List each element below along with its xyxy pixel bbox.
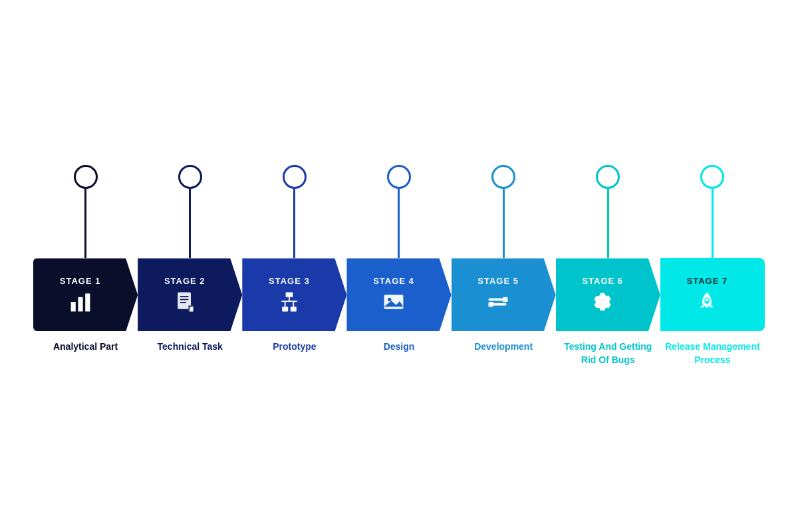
svg-point-17 — [388, 298, 391, 301]
pin-circle-7 — [700, 165, 724, 189]
stage-6-label: Stage 6 — [582, 276, 623, 286]
svg-rect-15 — [293, 301, 294, 307]
label-stage-7: Release Management Process — [660, 340, 765, 366]
image-icon — [382, 290, 406, 314]
pin-circle-3 — [283, 165, 307, 189]
pin-circle-6 — [596, 165, 620, 189]
stage-4-label: Stage 4 — [373, 276, 414, 286]
label-stage-1: Analytical Part — [33, 340, 138, 366]
stage-5-label: Stage 5 — [477, 276, 519, 286]
pin-stem-6 — [607, 189, 609, 258]
svg-rect-14 — [285, 301, 286, 307]
rocket-icon — [695, 290, 719, 314]
svg-rect-6 — [180, 302, 186, 303]
pin-stem-2 — [189, 189, 191, 258]
stage-7-label: Stage 7 — [687, 276, 728, 286]
hierarchy-icon — [277, 290, 301, 314]
stage-3-label: Stage 3 — [269, 276, 310, 286]
stage-2-label: Stage 2 — [164, 276, 205, 286]
svg-point-24 — [706, 299, 709, 302]
pin-stage-5 — [452, 165, 556, 258]
pin-stem-7 — [712, 189, 714, 258]
pins-row — [33, 165, 765, 258]
pin-stem-5 — [503, 189, 505, 258]
bar-chart-icon — [68, 290, 92, 314]
svg-rect-5 — [180, 299, 189, 300]
pin-stage-4 — [346, 165, 451, 258]
svg-rect-12 — [291, 307, 297, 311]
document-icon — [173, 290, 197, 314]
labels-row: Analytical Part Technical Task Prototype… — [33, 340, 765, 366]
svg-rect-21 — [503, 297, 507, 302]
tools-icon — [486, 290, 510, 314]
svg-rect-16 — [384, 295, 404, 309]
pin-circle-4 — [387, 165, 411, 189]
label-stage-5: Development — [452, 340, 556, 366]
svg-rect-0 — [70, 302, 75, 311]
stage-block-2: Stage 2 — [138, 258, 242, 331]
stages-row: Stage 1 Stage 2 Stage 3 — [33, 258, 765, 331]
stage-block-7: Stage 7 — [660, 258, 765, 331]
pin-circle-2 — [178, 165, 202, 189]
svg-rect-4 — [180, 296, 189, 297]
pin-circle-5 — [491, 165, 515, 189]
stage-block-4: Stage 4 — [346, 258, 451, 331]
pin-stage-3 — [242, 165, 346, 258]
pin-stem-3 — [293, 189, 295, 258]
label-stage-3: Prototype — [242, 340, 346, 366]
stage-block-5: Stage 5 — [452, 258, 556, 331]
pin-stage-6 — [556, 165, 660, 258]
pin-stem-1 — [84, 189, 86, 258]
pin-stage-7 — [660, 165, 765, 258]
svg-rect-22 — [489, 302, 493, 307]
svg-rect-10 — [289, 297, 290, 301]
svg-rect-2 — [85, 293, 90, 311]
stage-block-3: Stage 3 — [242, 258, 346, 331]
stage-block-1: Stage 1 — [33, 258, 138, 331]
label-stage-2: Technical Task — [138, 340, 242, 366]
stage-block-6: Stage 6 — [556, 258, 660, 331]
diagram-container: Stage 1 Stage 2 Stage 3 — [33, 165, 765, 366]
pin-circle-1 — [74, 165, 98, 189]
svg-rect-1 — [78, 297, 82, 312]
label-stage-6: Testing And Getting Rid Of Bugs — [556, 340, 660, 366]
gear-icon — [591, 290, 614, 314]
stage-1-label: Stage 1 — [60, 276, 101, 286]
svg-rect-13 — [281, 301, 297, 302]
label-stage-4: Design — [346, 340, 451, 366]
svg-rect-11 — [282, 307, 288, 311]
pin-stem-4 — [398, 189, 400, 258]
pin-stage-2 — [138, 165, 242, 258]
svg-rect-9 — [285, 293, 293, 297]
pin-stage-1 — [33, 165, 138, 258]
